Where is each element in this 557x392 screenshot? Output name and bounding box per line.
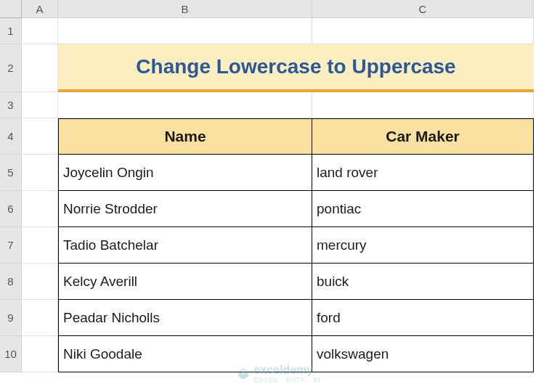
cell-car-1[interactable]: pontiac [312,191,534,227]
row-head-7[interactable]: 7 [0,227,22,264]
cell-car-0[interactable]: land rover [312,155,534,191]
cell-a1[interactable] [22,18,58,44]
cell-a10[interactable] [22,336,58,372]
cell-name-3[interactable]: Kelcy Averill [58,264,312,300]
cell-a8[interactable] [22,264,58,300]
cell-c3[interactable] [312,92,534,118]
cell-text: mercury [317,237,367,253]
cell-name-0[interactable]: Joycelin Ongin [58,155,312,191]
cell-car-4[interactable]: ford [312,300,534,336]
col-head-c[interactable]: C [312,0,534,18]
row-head-6[interactable]: 6 [0,191,22,227]
cell-text: Tadio Batchelar [63,237,158,253]
header-name-label: Name [164,128,206,145]
cell-text: Kelcy Averill [63,274,137,290]
table-header-name[interactable]: Name [58,118,312,155]
col-head-a[interactable]: A [22,0,58,18]
cell-text: land rover [317,165,378,181]
select-all-corner[interactable] [0,0,22,18]
cell-text: Norrie Strodder [63,201,158,217]
cell-name-1[interactable]: Norrie Strodder [58,191,312,227]
cell-a5[interactable] [22,155,58,191]
cell-text: volkswagen [317,346,389,362]
cell-text: Peadar Nicholls [63,310,160,326]
cell-a7[interactable] [22,227,58,264]
cell-a9[interactable] [22,300,58,336]
cell-a2[interactable] [22,44,58,92]
cell-car-5[interactable]: volkswagen [312,336,534,372]
cell-name-2[interactable]: Tadio Batchelar [58,227,312,264]
cell-c1[interactable] [312,18,534,44]
watermark-sub: EXCEL · DATA · BI [254,377,321,383]
title-banner[interactable]: Change Lowercase to Uppercase [58,44,534,92]
cell-a3[interactable] [22,92,58,118]
cell-b3[interactable] [58,92,312,118]
cell-text: ford [317,310,341,326]
cell-a6[interactable] [22,191,58,227]
cell-text: buick [317,274,349,290]
table-header-car[interactable]: Car Maker [312,118,534,155]
cell-text: Joycelin Ongin [63,165,154,181]
row-head-9[interactable]: 9 [0,300,22,336]
cell-a4[interactable] [22,118,58,155]
row-head-1[interactable]: 1 [0,18,22,44]
row-head-2[interactable]: 2 [0,44,22,92]
cell-text: Niki Goodale [63,346,142,362]
row-head-4[interactable]: 4 [0,118,22,155]
spreadsheet-grid[interactable]: A B C 1 2 Change Lowercase to Uppercase … [0,0,557,372]
row-head-5[interactable]: 5 [0,155,22,191]
header-car-label: Car Maker [386,128,460,145]
cell-text: pontiac [317,201,361,217]
cell-car-3[interactable]: buick [312,264,534,300]
cell-name-4[interactable]: Peadar Nicholls [58,300,312,336]
col-head-b[interactable]: B [58,0,312,18]
row-head-3[interactable]: 3 [0,92,22,118]
cell-name-5[interactable]: Niki Goodale [58,336,312,372]
title-text: Change Lowercase to Uppercase [136,55,455,78]
row-head-8[interactable]: 8 [0,264,22,300]
cell-car-2[interactable]: mercury [312,227,534,264]
cell-b1[interactable] [58,18,312,44]
row-head-10[interactable]: 10 [0,336,22,372]
